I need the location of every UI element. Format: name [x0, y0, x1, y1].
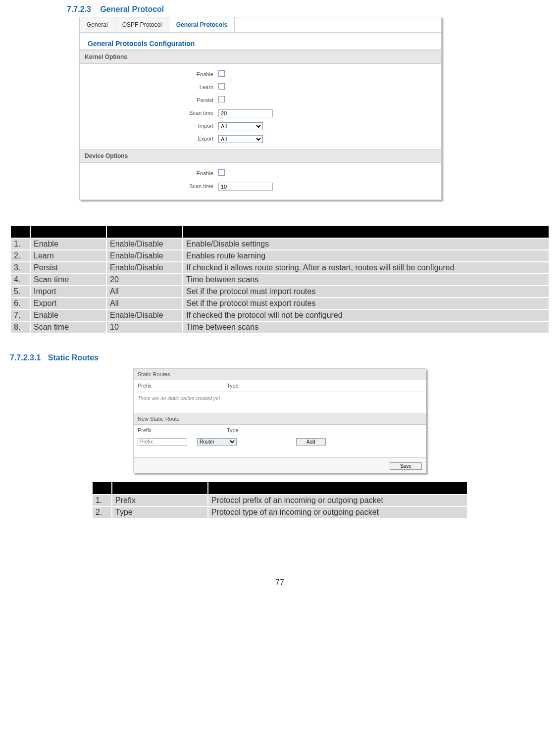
table-row: 2.TypeProtocol type of an incoming or ou… — [92, 506, 467, 518]
import-label: Import — [80, 123, 218, 129]
table-row: 1.PrefixProtocol prefix of an incoming o… — [92, 495, 467, 506]
add-button[interactable]: Add — [296, 438, 326, 446]
device-scan-label: Scan time — [80, 183, 218, 189]
tab-general[interactable]: General — [80, 17, 115, 32]
export-label: Export — [80, 136, 218, 142]
params-table-1: 1.EnableEnable/DisableEnable/Disable set… — [10, 225, 550, 334]
subsection-number: 7.7.2.3.1 — [10, 353, 41, 362]
learn-checkbox[interactable] — [218, 83, 225, 90]
save-button[interactable]: Save — [390, 462, 422, 470]
device-enable-label: Enable — [80, 170, 218, 176]
params-table-2: 1.PrefixProtocol prefix of an incoming o… — [92, 481, 468, 519]
scan-time-input[interactable] — [218, 109, 273, 117]
learn-label: Learn — [80, 84, 218, 90]
enable-checkbox[interactable] — [218, 70, 225, 77]
device-options-header: Device Options — [80, 149, 441, 163]
table-row: 8.Scan time10Time between scans — [10, 321, 549, 333]
table-row: 6.ExportAllSet if the protocol must expo… — [10, 298, 549, 309]
scan-time-label: Scan time — [80, 110, 218, 116]
screenshot-static-routes: Static Routes Prefix Type There are no s… — [133, 368, 426, 473]
tab-bar: General OSPF Protocol General Protocols — [80, 17, 441, 33]
import-select[interactable]: All — [218, 122, 263, 130]
screenshot-general-protocols: General OSPF Protocol General Protocols … — [79, 17, 442, 200]
table-row: 7.EnableEnable/DisableIf checked the pro… — [10, 309, 549, 321]
static-routes-header: Static Routes — [134, 369, 426, 380]
panel-title: General Protocols Configuration — [80, 33, 441, 50]
table-row: 3.PersistEnable/DisableIf checked it all… — [10, 262, 549, 274]
device-scan-input[interactable] — [218, 183, 273, 191]
device-enable-checkbox[interactable] — [218, 169, 225, 176]
static-routes-columns: Prefix Type — [134, 380, 426, 392]
enable-label: Enable — [80, 71, 218, 77]
persist-label: Persist — [80, 97, 218, 103]
tab-general-protocols[interactable]: General Protocols — [169, 17, 235, 32]
new-static-route-header: New Static Route — [134, 413, 426, 425]
table-row: 2.LearnEnable/DisableEnables route learn… — [10, 250, 549, 262]
page-number: 77 — [10, 578, 550, 587]
prefix-input[interactable] — [138, 438, 187, 446]
type-column: Type — [227, 383, 239, 389]
prefix-column-2: Prefix — [138, 427, 227, 433]
table-row: 1.EnableEnable/DisableEnable/Disable set… — [10, 238, 549, 250]
tab-ospf[interactable]: OSPF Protocol — [115, 17, 169, 32]
kernel-options-header: Kernel Options — [80, 50, 441, 64]
section-title: General Protocol — [100, 5, 164, 13]
export-select[interactable]: All — [218, 135, 263, 143]
table-row: 5.ImportAllSet if the protocol must impo… — [10, 286, 549, 298]
section-number: 7.7.2.3 — [67, 5, 91, 13]
type-select[interactable]: Router — [197, 438, 237, 446]
persist-checkbox[interactable] — [218, 96, 225, 102]
empty-message: There are no static routes created yet — [134, 392, 426, 413]
new-route-columns: Prefix Type — [134, 425, 426, 436]
table-row: 4.Scan time20Time between scans — [10, 274, 549, 286]
type-column-2: Type — [227, 427, 239, 433]
section-heading: 7.7.2.3 General Protocol — [67, 5, 550, 14]
prefix-column: Prefix — [138, 383, 227, 389]
subsection-title: Static Routes — [48, 353, 99, 362]
subsection-heading: 7.7.2.3.1 Static Routes — [10, 353, 550, 362]
